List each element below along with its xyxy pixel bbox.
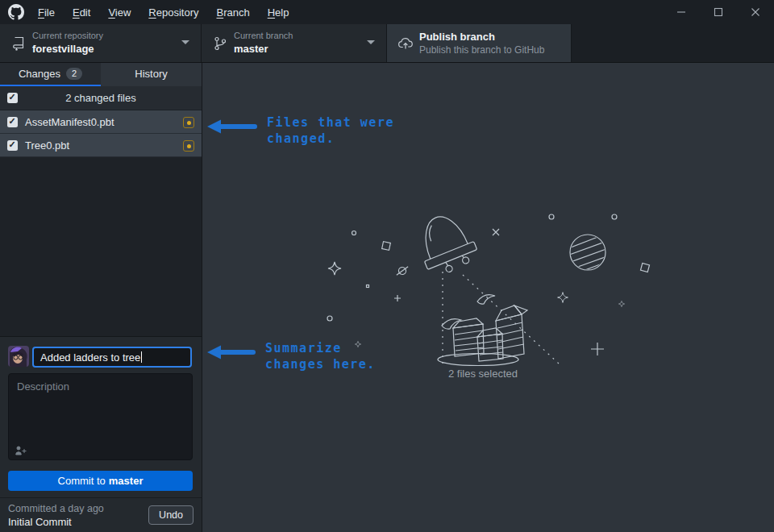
add-coauthor-icon[interactable] (15, 444, 27, 454)
github-logo-icon (8, 4, 24, 20)
branch-selector-label: Current branch (234, 30, 293, 42)
menu-view[interactable]: View (99, 6, 139, 19)
file-name: AssetManifest0.pbt (25, 116, 114, 128)
left-arrow-icon (207, 118, 259, 135)
menu-branch[interactable]: Branch (207, 6, 258, 19)
github-desktop-window: File Edit View Repository Branch Help Cu… (0, 0, 774, 532)
cloud-upload-icon (397, 35, 414, 52)
menu-help[interactable]: Help (259, 6, 298, 19)
branch-selector-value: master (234, 42, 293, 56)
file-name: Tree0.pbt (25, 139, 69, 152)
publish-branch-subtitle: Publish this branch to GitHub (419, 44, 544, 57)
left-arrow-icon (207, 344, 257, 360)
last-commit-time: Committed a day ago (8, 503, 104, 514)
main-content: 2 files selected Files that werechanged.… (202, 63, 774, 532)
file-checkbox[interactable] (7, 117, 18, 127)
close-icon (751, 7, 760, 17)
publish-branch-button[interactable]: Publish branch Publish this branch to Gi… (387, 24, 572, 62)
changes-count-badge: 2 (66, 68, 82, 80)
menu-repository[interactable]: Repository (139, 6, 207, 19)
file-row-tree0[interactable]: Tree0.pbt (0, 134, 202, 157)
minimize-button[interactable] (663, 0, 700, 24)
current-repository-selector[interactable]: Current repository forestvillage (0, 24, 202, 62)
description-placeholder: Description (17, 380, 69, 393)
maximize-icon (714, 7, 723, 17)
menu-file[interactable]: File (29, 6, 64, 19)
changed-files-count: 2 changed files (0, 92, 202, 104)
tab-changes[interactable]: Changes 2 (0, 63, 101, 86)
file-row-assetmanifest[interactable]: AssetManifest0.pbt (0, 110, 202, 134)
menubar: File Edit View Repository Branch Help (29, 0, 298, 24)
commit-button[interactable]: Commit tomaster (8, 471, 193, 491)
git-branch-icon (212, 35, 228, 52)
window-controls (663, 0, 774, 24)
minimize-icon (676, 7, 686, 17)
repo-selector-label: Current repository (32, 30, 103, 42)
file-checkbox[interactable] (7, 140, 18, 151)
undo-button[interactable]: Undo (148, 505, 194, 525)
last-commit-message: Initial Commit (8, 516, 72, 528)
sidebar: Changes 2 History 2 changed files AssetM… (0, 63, 202, 532)
repo-selector-value: forestvillage (32, 42, 103, 56)
commit-description-textarea[interactable]: Description (8, 373, 193, 460)
maximize-button[interactable] (700, 0, 737, 24)
menu-edit[interactable]: Edit (64, 6, 99, 19)
chevron-down-icon (367, 40, 375, 44)
repo-icon (10, 35, 27, 52)
annotation-files-changed: Files that werechanged. (207, 114, 394, 147)
files-selected-caption: 2 files selected (418, 368, 547, 380)
text-caret (141, 351, 142, 363)
toolbar: Current repository forestvillage Current… (0, 24, 774, 63)
chevron-down-icon (181, 40, 189, 44)
modified-status-icon (183, 140, 194, 152)
titlebar: File Edit View Repository Branch Help (0, 0, 774, 24)
avatar (8, 346, 29, 367)
commit-form: Added ladders to tree Description Commit… (0, 336, 202, 497)
tab-history[interactable]: History (101, 63, 202, 86)
sidebar-tabs: Changes 2 History (0, 63, 202, 86)
close-button[interactable] (737, 0, 774, 24)
modified-status-icon (183, 117, 194, 128)
publish-branch-title: Publish branch (419, 30, 544, 44)
changed-files-header: 2 changed files (0, 86, 202, 110)
annotation-summarize: Summarizechanges here. (207, 340, 376, 372)
last-commit-bar: Committed a day ago Initial Commit Undo (0, 497, 202, 532)
commit-summary-input[interactable]: Added ladders to tree (32, 347, 192, 368)
current-branch-selector[interactable]: Current branch master (202, 24, 387, 62)
